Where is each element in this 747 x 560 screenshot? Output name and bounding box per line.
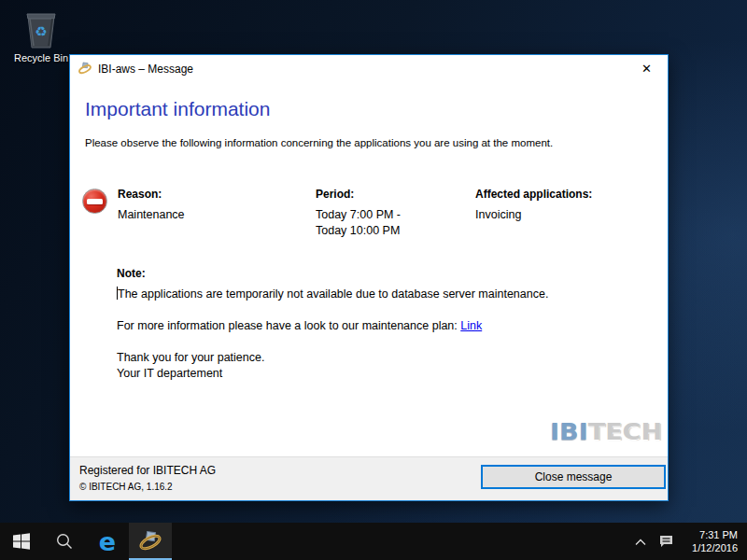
svg-text:♻: ♻ <box>35 23 47 40</box>
clock-date: 1/12/2016 <box>684 541 738 554</box>
ibi-aws-app-icon <box>78 61 92 76</box>
subheading: Please observe the following information… <box>85 137 553 148</box>
dialog-titlebar[interactable]: IBI-aws – Message ✕ <box>70 55 668 81</box>
reason-label: Reason: <box>118 188 185 201</box>
period-column: Period: Today 7:00 PM - Today 10:00 PM <box>316 188 401 239</box>
message-dialog: IBI-aws – Message ✕ Important informatio… <box>69 54 669 501</box>
note-line3: Thank you for your patience. <box>117 350 640 366</box>
note-line1: The applications are temporarily not ava… <box>117 287 640 302</box>
recycle-bin-label: Recycle Bin <box>6 52 77 63</box>
period-value-line1: Today 7:00 PM - <box>316 207 401 223</box>
action-center-button[interactable] <box>652 534 680 549</box>
close-icon[interactable]: ✕ <box>626 55 668 81</box>
logo-part-ibi: IBI <box>550 418 588 445</box>
edge-browser-button[interactable]: e <box>86 523 129 560</box>
page-title: Important information <box>85 98 270 120</box>
recycle-bin-icon: ♻ <box>19 6 63 50</box>
maintenance-plan-link[interactable]: Link <box>460 319 482 332</box>
period-value-line2: Today 10:00 PM <box>316 223 401 239</box>
close-message-button[interactable]: Close message <box>481 465 666 489</box>
registered-text: Registered for IBITECH AG <box>79 464 216 477</box>
notification-icon <box>658 534 674 549</box>
start-button[interactable] <box>0 523 43 560</box>
chevron-up-icon <box>635 539 646 546</box>
windows-logo-icon <box>13 533 30 550</box>
note-section: Note: The applications are temporarily n… <box>117 267 640 382</box>
system-tray: 7:31 PM 1/12/2016 <box>629 523 747 560</box>
note-label: Note: <box>117 267 640 280</box>
note-line2: For more information please have a look … <box>117 318 640 334</box>
dialog-footer: Registered for IBITECH AG © IBITECH AG, … <box>70 456 668 500</box>
affected-applications-label: Affected applications: <box>475 188 592 201</box>
reason-value: Maintenance <box>118 207 185 223</box>
recycle-bin-shortcut[interactable]: ♻ Recycle Bin <box>6 6 77 63</box>
search-icon <box>55 532 74 551</box>
logo-part-tech: TECH <box>588 418 662 445</box>
dialog-title: IBI-aws – Message <box>98 63 193 76</box>
affected-applications-column: Affected applications: Invoicing <box>475 188 592 223</box>
taskbar-clock[interactable]: 7:31 PM 1/12/2016 <box>684 528 738 554</box>
ibi-aws-app-icon <box>137 527 163 553</box>
no-entry-icon <box>82 189 107 214</box>
clock-time: 7:31 PM <box>684 528 738 541</box>
copyright-text: © IBITECH AG, 1.16.2 <box>79 482 173 492</box>
taskbar: e 7:31 PM 1/12/2016 <box>0 523 747 560</box>
note-line4: Your IT departement <box>117 366 640 382</box>
period-label: Period: <box>316 188 401 201</box>
tray-chevron-button[interactable] <box>629 533 652 550</box>
reason-column: Reason: Maintenance <box>118 188 185 223</box>
ibitech-logo: IBITECH <box>550 418 662 445</box>
ibi-aws-taskbar-button[interactable] <box>129 523 172 560</box>
affected-applications-value: Invoicing <box>475 207 592 223</box>
search-button[interactable] <box>43 523 86 560</box>
desktop: { "desktop": { "recycle_bin_label": "Rec… <box>0 0 747 560</box>
edge-icon: e <box>99 529 116 554</box>
